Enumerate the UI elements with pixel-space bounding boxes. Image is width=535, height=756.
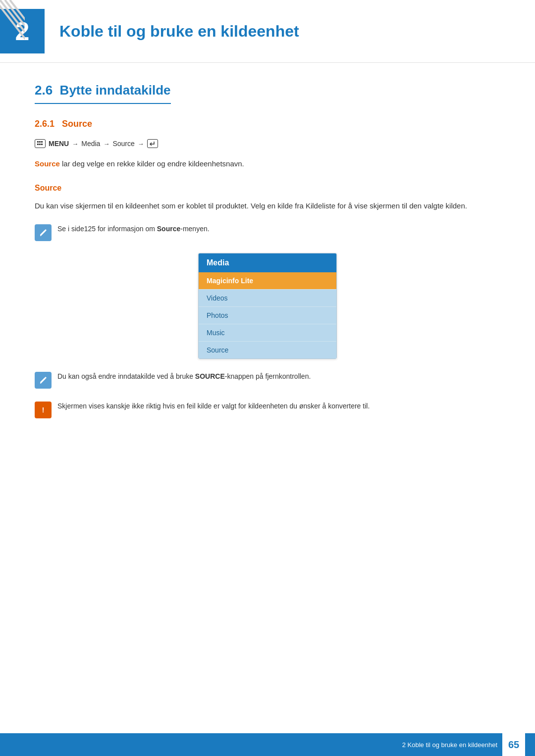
enter-icon bbox=[147, 139, 158, 148]
media-menu-item-videos: Videos bbox=[199, 290, 336, 307]
section-heading: 2.6 Bytte inndatakilde bbox=[35, 83, 171, 104]
arrow1: → bbox=[72, 140, 78, 148]
media-menu-header: Media bbox=[199, 253, 336, 272]
source-label-path: Source bbox=[112, 140, 134, 148]
menu-label: MENU bbox=[49, 140, 69, 148]
source-sub-heading: Source bbox=[35, 184, 500, 193]
header-title: Koble til og bruke en kildeenhet bbox=[59, 22, 299, 41]
menu-icon bbox=[35, 139, 46, 148]
svg-rect-4 bbox=[37, 141, 39, 143]
menu-path: MENU → Media → Source → bbox=[35, 139, 500, 148]
arrow2: → bbox=[103, 140, 109, 148]
media-menu-item-magicinfo: Magicinfo Lite bbox=[199, 272, 336, 290]
note-text-1: Se i side125 for informasjon om Source-m… bbox=[57, 223, 500, 234]
media-menu-item-photos: Photos bbox=[199, 307, 336, 324]
media-menu-box: Media Magicinfo Lite Videos Photos Music… bbox=[198, 253, 337, 359]
footer-page-number: 65 bbox=[502, 733, 525, 756]
svg-rect-5 bbox=[39, 141, 41, 143]
svg-rect-6 bbox=[41, 141, 43, 143]
source-bold-intro: Source bbox=[35, 159, 60, 168]
svg-rect-7 bbox=[37, 144, 39, 145]
header-banner: 2 Koble til og bruke en kildeenhet bbox=[0, 0, 535, 63]
note-pencil-icon bbox=[35, 224, 52, 241]
note-pencil-icon-2 bbox=[35, 372, 52, 389]
page-footer: 2 Koble til og bruke en kildeenhet 65 bbox=[0, 733, 535, 756]
subsection-heading: 2.6.1 Source bbox=[35, 119, 500, 129]
body-paragraph: Du kan vise skjermen til en kildeenhet s… bbox=[35, 200, 500, 212]
note-text-3: Skjermen vises kanskje ikke riktig hvis … bbox=[57, 401, 500, 411]
svg-rect-9 bbox=[41, 144, 43, 145]
svg-rect-8 bbox=[39, 144, 41, 145]
note-text-2: Du kan også endre inndatakilde ved å bru… bbox=[57, 371, 500, 382]
media-menu-item-music: Music bbox=[199, 324, 336, 342]
footer-text: 2 Koble til og bruke en kildeenhet bbox=[402, 741, 497, 749]
note-exclaim-icon: ! bbox=[35, 402, 52, 418]
note-row-3: ! Skjermen vises kanskje ikke riktig hvi… bbox=[35, 401, 500, 418]
main-content: 2.6 Bytte inndatakilde 2.6.1 Source MENU… bbox=[0, 63, 535, 470]
arrow3: → bbox=[138, 140, 144, 148]
svg-text:!: ! bbox=[42, 406, 45, 414]
note-row-1: Se i side125 for informasjon om Source-m… bbox=[35, 223, 500, 241]
media-label: Media bbox=[81, 140, 100, 148]
note-row-2: Du kan også endre inndatakilde ved å bru… bbox=[35, 371, 500, 389]
stripe-decoration bbox=[0, 0, 25, 45]
media-menu-item-source: Source bbox=[199, 342, 336, 358]
source-intro-text: Source lar deg velge en rekke kilder og … bbox=[35, 158, 500, 170]
